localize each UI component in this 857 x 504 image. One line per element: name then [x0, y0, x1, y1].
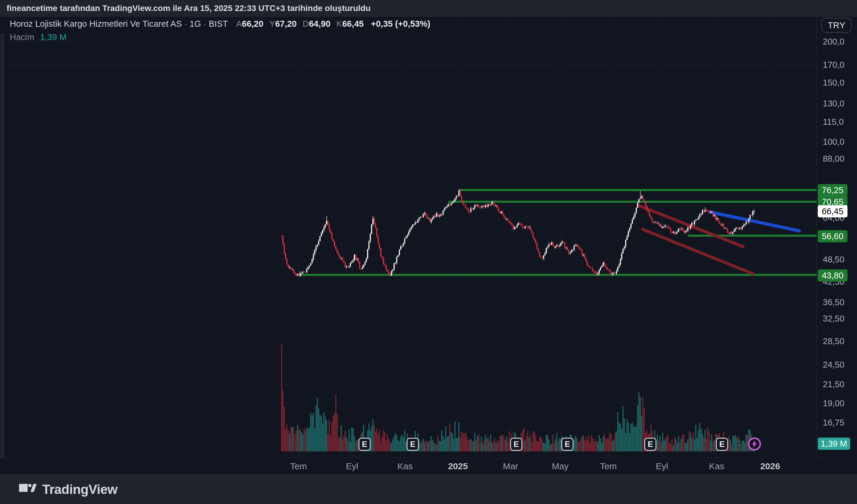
- price-tick: 48,50: [823, 255, 844, 264]
- time-axis[interactable]: TemEylKas2025MarMayTemEylKas2026: [0, 458, 857, 474]
- tradingview-wordmark: TradingView: [42, 482, 117, 497]
- symbol-title-row: Horoz Lojistik Kargo Hizmetleri Ve Ticar…: [10, 19, 430, 29]
- time-tick: Eyl: [346, 461, 358, 471]
- level-price-label: 43,80: [818, 270, 847, 282]
- price-chart-canvas[interactable]: [0, 17, 817, 458]
- price-tick: 28,50: [823, 336, 844, 346]
- time-tick: May: [552, 461, 569, 471]
- tradingview-chart-window: fineancetime tarafından TradingView.com …: [0, 0, 857, 504]
- price-tick: 21,50: [823, 380, 844, 389]
- price-tick: 130,0: [823, 99, 844, 108]
- tradingview-logo[interactable]: TradingView: [19, 482, 117, 497]
- lightning-icon[interactable]: [748, 437, 761, 451]
- price-tick: 19,00: [823, 399, 844, 408]
- separator-dot: ·: [184, 19, 187, 29]
- time-tick: Tem: [600, 461, 617, 471]
- volume-row: Hacim 1,39 M: [10, 32, 430, 42]
- volume-value: 1,39 M: [40, 32, 67, 42]
- tradingview-logo-icon: [19, 483, 37, 496]
- last-price-label: 66,45: [818, 205, 847, 218]
- interval-label[interactable]: 1G: [189, 19, 201, 29]
- time-tick: Tem: [290, 461, 307, 471]
- price-tick: 36,50: [823, 297, 844, 307]
- time-tick: 2025: [448, 461, 468, 471]
- earnings-marker[interactable]: E: [716, 438, 728, 451]
- symbol-title[interactable]: Horoz Lojistik Kargo Hizmetleri Ve Ticar…: [10, 19, 182, 29]
- attribution-bar: fineancetime tarafından TradingView.com …: [0, 0, 857, 17]
- price-tick: 115,0: [823, 117, 844, 127]
- price-tick: 170,0: [823, 60, 844, 70]
- currency-toggle-button[interactable]: TRY: [821, 18, 852, 33]
- exchange-label: BIST: [209, 19, 228, 29]
- earnings-marker[interactable]: E: [510, 438, 522, 451]
- attribution-text: fineancetime tarafından TradingView.com …: [6, 3, 370, 13]
- price-tick: 24,50: [823, 360, 844, 370]
- price-tick: 100,0: [823, 137, 844, 147]
- level-price-label: 76,25: [818, 184, 847, 196]
- time-tick: Kas: [397, 461, 413, 471]
- change-value: +0,35 (+0,53%): [371, 19, 430, 29]
- footer-bar: TradingView: [0, 474, 857, 504]
- earnings-marker[interactable]: E: [359, 438, 371, 451]
- price-tick: 200,0: [823, 37, 844, 47]
- earnings-marker[interactable]: E: [561, 438, 574, 451]
- earnings-marker[interactable]: E: [407, 438, 419, 451]
- time-tick: Mar: [503, 461, 518, 471]
- volume-label: Hacim: [10, 32, 34, 42]
- separator-dot2: ·: [203, 19, 206, 29]
- quote-K: K66,45: [336, 19, 364, 29]
- quote-values: A66,20Y67,20D64,90K66,45: [230, 19, 364, 29]
- chart-pane[interactable]: [0, 17, 817, 458]
- quote-D: D64,90: [303, 19, 331, 29]
- time-tick: Kas: [709, 461, 724, 471]
- price-tick: 32,50: [823, 314, 844, 324]
- left-edge-band: [0, 33, 4, 491]
- volume-axis-label: 1,39 M: [818, 438, 850, 450]
- level-price-label: 56,60: [818, 230, 847, 243]
- time-tick: Eyl: [656, 461, 668, 471]
- time-tick: 2026: [760, 461, 780, 471]
- symbol-legend[interactable]: Horoz Lojistik Kargo Hizmetleri Ve Ticar…: [10, 19, 430, 42]
- price-tick: 16,75: [823, 418, 844, 428]
- earnings-marker[interactable]: E: [644, 438, 657, 451]
- quote-Y: Y67,20: [269, 19, 297, 29]
- price-tick: 88,00: [823, 154, 844, 164]
- price-tick: 150,0: [823, 78, 844, 88]
- quote-A: A66,20: [236, 19, 264, 29]
- price-axis[interactable]: 200,0170,0150,0130,0115,0100,088,0064,00…: [817, 17, 857, 474]
